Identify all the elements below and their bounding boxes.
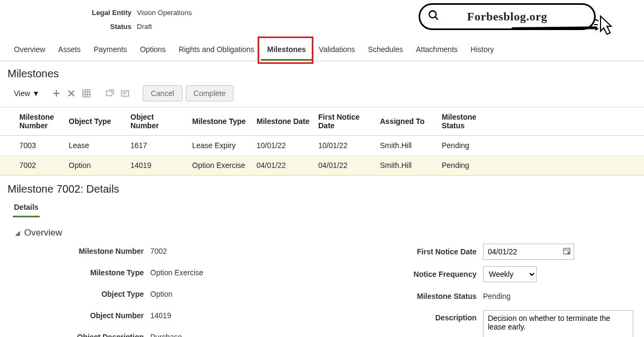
complete-button[interactable]: Complete	[186, 85, 234, 101]
detach-icon[interactable]	[104, 87, 116, 99]
details-subtabs: Details	[0, 199, 644, 218]
object-desc-label: Object Description	[11, 333, 150, 337]
tab-milestones[interactable]: Milestones	[261, 40, 312, 61]
object-type-value: Option	[150, 290, 172, 298]
svg-rect-9	[83, 90, 90, 97]
legal-entity-label: Legal Entity	[0, 9, 137, 17]
svg-line-1	[435, 17, 438, 20]
col-milestone-status[interactable]: MilestoneStatus	[437, 107, 644, 136]
wrap-icon[interactable]	[119, 87, 131, 99]
milestone-type-value: Option Exercise	[150, 268, 203, 277]
delete-icon[interactable]	[65, 87, 77, 99]
collapse-icon: ◢	[15, 229, 20, 237]
chevron-down-icon: ▼	[32, 89, 40, 98]
overview-label: Overview	[24, 228, 62, 238]
status-label: Status	[0, 23, 137, 31]
milestone-number-value: 7002	[150, 247, 167, 255]
table-row[interactable]: 7003 Lease 1617 Lease Expiry 10/01/22 10…	[0, 136, 644, 156]
add-icon[interactable]	[50, 87, 62, 99]
tab-payments[interactable]: Payments	[87, 40, 133, 61]
site-watermark: Forbesblog.org	[419, 3, 596, 30]
object-number-value: 14019	[150, 311, 171, 320]
overview-panel-header[interactable]: ◢ Overview	[0, 220, 644, 244]
tab-history[interactable]: History	[464, 40, 501, 61]
view-dropdown[interactable]: View ▼	[14, 89, 40, 98]
col-object-type[interactable]: Object Type	[64, 107, 126, 136]
milestone-status-value: Pending	[483, 292, 510, 301]
milestones-toolbar: View ▼ Cancel Complete	[0, 83, 644, 107]
milestones-table: MilestoneNumber Object Type Object Numbe…	[0, 107, 644, 175]
svg-rect-15	[121, 91, 129, 97]
subtab-details[interactable]: Details	[13, 199, 40, 217]
object-number-label: Object Number	[11, 311, 150, 320]
cursor-icon	[593, 15, 620, 43]
tab-rights[interactable]: Rights and Obligations	[172, 40, 261, 61]
notice-freq-select[interactable]: Weekly	[483, 266, 537, 282]
svg-line-2	[595, 19, 598, 21]
col-object-number[interactable]: Object Number	[126, 107, 188, 136]
svg-point-0	[429, 11, 436, 18]
legal-entity-value: Vision Operations	[137, 9, 192, 17]
object-type-label: Object Type	[11, 290, 150, 298]
tab-assets[interactable]: Assets	[52, 40, 87, 61]
description-label: Description	[327, 310, 483, 322]
milestone-number-label: Milestone Number	[11, 247, 150, 255]
main-tabs: Overview Assets Payments Options Rights …	[0, 40, 644, 61]
first-notice-label: First Notice Date	[327, 247, 483, 256]
notice-freq-label: Notice Frequency	[327, 270, 483, 279]
col-assigned-to[interactable]: Assigned To	[376, 107, 437, 136]
milestone-type-label: Milestone Type	[11, 268, 150, 277]
status-value: Draft	[137, 23, 152, 31]
search-icon	[428, 10, 440, 24]
col-first-notice[interactable]: First NoticeDate	[314, 107, 376, 136]
milestone-status-label: Milestone Status	[327, 292, 483, 301]
first-notice-input[interactable]	[483, 244, 574, 260]
view-label: View	[14, 89, 30, 98]
svg-point-27	[567, 252, 570, 254]
cancel-button[interactable]: Cancel	[143, 85, 182, 101]
tab-options[interactable]: Options	[134, 40, 172, 61]
description-textarea[interactable]	[483, 310, 633, 337]
col-milestone-number[interactable]: MilestoneNumber	[0, 107, 64, 136]
calendar-icon[interactable]	[562, 247, 571, 257]
table-row[interactable]: 7002 Option 14019 Option Exercise 04/01/…	[0, 156, 644, 175]
object-desc-value: Purchase	[150, 333, 182, 337]
grid-icon[interactable]	[80, 87, 92, 99]
tab-validations[interactable]: Validations	[312, 40, 361, 61]
col-milestone-type[interactable]: Milestone Type	[188, 107, 252, 136]
details-title: Milestone 7002: Details	[0, 175, 644, 199]
watermark-text: Forbesblog.org	[467, 10, 547, 24]
svg-line-4	[595, 28, 598, 30]
tab-overview[interactable]: Overview	[8, 40, 52, 61]
details-form: Milestone Number 7002 Milestone Type Opt…	[0, 244, 644, 337]
col-milestone-date[interactable]: Milestone Date	[252, 107, 314, 136]
milestones-title: Milestones	[0, 61, 644, 83]
tab-attachments[interactable]: Attachments	[409, 40, 464, 61]
tab-schedules[interactable]: Schedules	[362, 40, 409, 61]
svg-rect-14	[106, 91, 112, 96]
